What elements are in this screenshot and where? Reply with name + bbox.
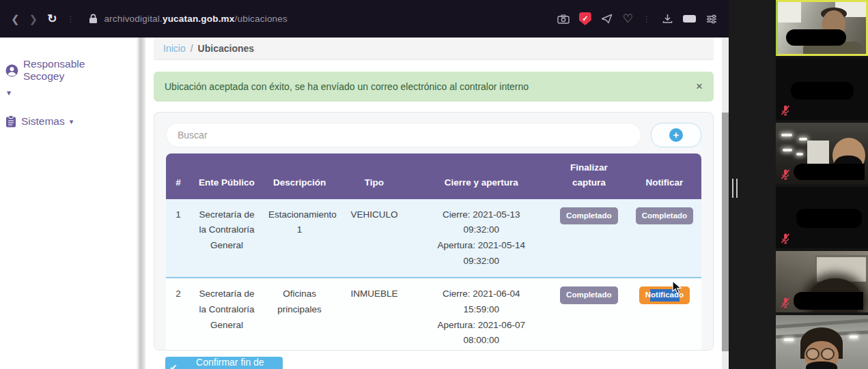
participant-tile[interactable]: [776, 315, 868, 369]
breadcrumb-separator: /: [191, 43, 193, 54]
breadcrumb-current: Ubicaciones: [198, 43, 254, 54]
heart-icon[interactable]: ♡: [623, 12, 633, 26]
camera-icon[interactable]: [557, 13, 570, 25]
cell-notificar: Completado: [628, 199, 701, 278]
participant-tile[interactable]: [776, 187, 868, 248]
cell-num: 1: [166, 199, 191, 278]
shield-icon[interactable]: ✓: [579, 12, 591, 25]
cell-descripcion: Oficinas principales: [263, 278, 336, 351]
locations-table: # Ente Público Descripción Tipo Cierre y…: [166, 153, 701, 351]
forward-icon[interactable]: ❯: [29, 14, 38, 24]
check-icon: ✔: [169, 362, 178, 369]
cell-notificar: Notificado: [628, 278, 701, 351]
lock-icon: [89, 14, 98, 24]
mic-off-icon: [780, 104, 791, 116]
cell-ente: Secretaría de la Contraloría General: [191, 199, 263, 278]
sidebar-user-label: Responsable Secogey: [23, 58, 128, 83]
page-content: Responsable Secogey ▾ Sistemas ▾ Inicio …: [0, 38, 729, 369]
battery-icon[interactable]: [683, 15, 696, 23]
participant-tile[interactable]: [776, 0, 868, 56]
back-icon[interactable]: ❮: [11, 14, 20, 24]
redacted-name-bar: [794, 292, 863, 310]
browser-toolbar: ❮ ❯ ↻ ⋮ archivodigital.yucatan.gob.mx/ub…: [0, 0, 729, 38]
search-input[interactable]: [166, 123, 641, 147]
separator-dots-icon: ⋮: [66, 14, 75, 24]
reload-icon[interactable]: ↻: [47, 12, 57, 26]
send-icon[interactable]: [601, 13, 613, 25]
cell-finalizar: Completado: [550, 199, 628, 278]
webcam-video: [778, 2, 866, 54]
col-notificar: Notificar: [628, 153, 701, 199]
sidebar-divider: [137, 38, 145, 369]
participant-tile[interactable]: [776, 251, 868, 312]
video-conference-strip: [776, 0, 868, 369]
cell-cierre-apertura: Cierre: 2021-05-13 09:32:00 Apertura: 20…: [412, 199, 550, 278]
download-icon[interactable]: [661, 13, 673, 25]
col-ente-publico: Ente Público: [191, 153, 263, 199]
person-circle-icon: [5, 64, 18, 77]
meeting-app-background: [729, 0, 776, 369]
close-icon[interactable]: ×: [696, 80, 703, 93]
status-badge-completado[interactable]: Completado: [560, 286, 617, 304]
status-badge-completado[interactable]: Completado: [636, 207, 693, 224]
sidebar: Responsable Secogey ▾ Sistemas ▾: [0, 38, 137, 369]
sidebar-item-user[interactable]: Responsable Secogey: [5, 58, 128, 83]
redacted-name-bar: [786, 29, 846, 46]
col-finalizar-captura: Finalizar captura: [550, 153, 628, 199]
redacted-name-bar: [794, 164, 865, 180]
breadcrumb-home-link[interactable]: Inicio: [163, 43, 186, 54]
col-descripcion: Descripción: [263, 153, 336, 199]
cell-descripcion: Estacionamiento 1: [263, 199, 336, 278]
sidebar-sistemas-label: Sistemas: [21, 115, 65, 128]
page-scrollbar[interactable]: [722, 38, 729, 369]
add-location-button[interactable]: +: [651, 123, 701, 147]
cell-tipo: VEHICULO: [336, 199, 412, 278]
cell-finalizar: Completado: [550, 278, 628, 351]
participant-tile[interactable]: [776, 123, 868, 184]
clipboard-icon: [5, 115, 16, 128]
mic-off-icon: [780, 168, 791, 180]
chevron-down-icon[interactable]: ▾: [7, 88, 128, 98]
confirm-capture-button[interactable]: ✔ Confirmar fin de captura: [165, 357, 283, 369]
address-bar[interactable]: archivodigital.yucatan.gob.mx/ubicacione…: [89, 14, 288, 24]
browser-window: ❮ ❯ ↻ ⋮ archivodigital.yucatan.gob.mx/ub…: [0, 0, 729, 369]
url-text: archivodigital.yucatan.gob.mx/ubicacione…: [104, 14, 288, 24]
col-cierre-apertura: Cierre y apertura: [412, 153, 550, 199]
table-header-row: # Ente Público Descripción Tipo Cierre y…: [166, 153, 701, 199]
cell-tipo: INMUEBLE: [336, 278, 412, 351]
participant-tile[interactable]: [776, 59, 868, 120]
plus-icon: +: [669, 128, 683, 142]
resize-handle[interactable]: [732, 179, 738, 198]
table-row: 1 Secretaría de la Contraloría General E…: [166, 199, 701, 278]
success-alert: Ubicación aceptada con éxito, se ha enví…: [154, 72, 714, 102]
table-row: 2 Secretaría de la Contraloría General O…: [166, 278, 701, 351]
browser-action-icons: ✓ ♡ ⋮: [557, 12, 718, 26]
locations-card: + # Ente Público Descripción Tipo: [154, 112, 714, 351]
breadcrumb: Inicio / Ubicaciones: [154, 38, 714, 60]
mic-off-icon: [780, 233, 791, 244]
search-row: +: [166, 123, 701, 147]
chevron-down-icon: ▾: [70, 117, 74, 126]
col-tipo: Tipo: [336, 153, 412, 199]
main-area: Inicio / Ubicaciones Ubicación aceptada …: [145, 38, 729, 369]
separator-dots-icon: ⋮: [643, 14, 652, 24]
cell-ente: Secretaría de la Contraloría General: [191, 278, 263, 351]
cell-num: 2: [166, 278, 191, 351]
redacted-name-bar: [791, 82, 854, 100]
sidebar-item-sistemas[interactable]: Sistemas ▾: [5, 115, 128, 128]
alert-message: Ubicación aceptada con éxito, se ha enví…: [165, 81, 529, 92]
col-num: #: [166, 153, 191, 199]
mic-off-icon: [780, 297, 791, 308]
webcam-video: [776, 315, 868, 369]
cell-cierre-apertura: Cierre: 2021-06-04 15:59:00 Apertura: 20…: [412, 278, 550, 351]
mouse-cursor: [672, 280, 682, 295]
scrollbar-thumb[interactable]: [722, 113, 729, 351]
tune-icon[interactable]: [705, 13, 718, 25]
status-badge-completado[interactable]: Completado: [560, 207, 617, 224]
redacted-name-bar: [796, 209, 862, 228]
